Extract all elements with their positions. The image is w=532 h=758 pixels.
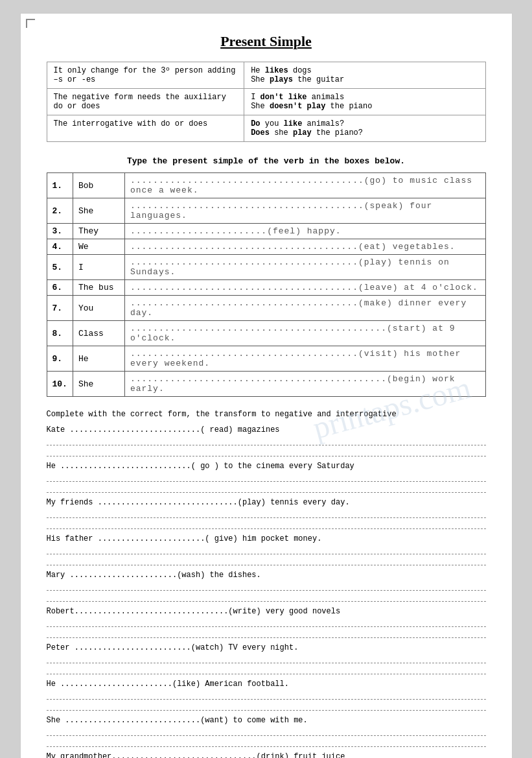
sentence-row: Mary .......................(wash) the d… (47, 571, 486, 602)
answer-line (47, 436, 486, 445)
answer-line (47, 556, 486, 565)
sentence-row: She .............................(want) … (47, 716, 486, 747)
row-subject: Class (73, 321, 124, 346)
answer-line (47, 545, 486, 554)
sentence-row: He ........................(like) Americ… (47, 680, 486, 711)
grammar-table: It only change for the 3º person adding … (47, 62, 486, 142)
answer-line (47, 727, 486, 736)
row-number: 2. (47, 198, 73, 224)
answer-line (47, 473, 486, 482)
sentence-text: She .............................(want) … (47, 716, 486, 725)
answer-line (47, 593, 486, 602)
row-subject: I (73, 255, 124, 280)
exercise2-container: Kate ............................( read)… (47, 425, 486, 758)
row-number: 8. (47, 321, 73, 346)
row-number: 10. (47, 372, 73, 397)
grammar-left: It only change for the 3º person adding … (47, 62, 244, 89)
answer-line (47, 702, 486, 711)
page-title: Present Simple (47, 33, 486, 50)
sentence-row: His father .......................( give… (47, 534, 486, 565)
grammar-right: I don't like animals She doesn't play th… (244, 89, 485, 115)
row-subject: They (73, 224, 124, 239)
row-clue: ........................................… (124, 239, 485, 255)
answer-line (47, 484, 486, 493)
sentence-text: My grandmother..........................… (47, 752, 486, 758)
row-subject: He (73, 346, 124, 372)
answer-line (47, 738, 486, 747)
table-row: 2. She .................................… (47, 198, 485, 224)
grammar-left: The negative form needs the auxiliary do… (47, 89, 244, 115)
row-clue: ........................................… (124, 255, 485, 280)
row-clue: ........................................… (124, 173, 485, 198)
answer-line (47, 691, 486, 700)
answer-line (47, 509, 486, 518)
exercise2-instruction: Complete with the correct form, the tran… (47, 410, 486, 419)
table-row: 9. He ..................................… (47, 346, 485, 372)
sentence-text: Robert.................................(… (47, 607, 486, 616)
row-number: 7. (47, 296, 73, 321)
grammar-right: He likes dogs She plays the guitar (244, 62, 485, 89)
row-subject: She (73, 198, 124, 224)
row-subject: We (73, 239, 124, 255)
answer-line (47, 665, 486, 674)
grammar-left: The interrogative with do or does (47, 115, 244, 142)
sentence-text: Mary .......................(wash) the d… (47, 571, 486, 580)
table-row: 8. Class ...............................… (47, 321, 485, 346)
grammar-row: The negative form needs the auxiliary do… (47, 89, 485, 115)
sentence-row: He ............................( go ) to… (47, 462, 486, 493)
row-number: 1. (47, 173, 73, 198)
sentence-row: Peter .........................(watch) T… (47, 643, 486, 674)
sentence-text: Kate ............................( read)… (47, 425, 486, 434)
table-row: 3. They ........................(feel) h… (47, 224, 485, 239)
worksheet-page: printaps.com Present Simple It only chan… (20, 13, 513, 758)
row-clue: ........................................… (124, 346, 485, 372)
row-subject: You (73, 296, 124, 321)
answer-line (47, 654, 486, 663)
sentence-text: His father .......................( give… (47, 534, 486, 543)
row-clue: ........................................… (124, 280, 485, 296)
row-subject: She (73, 372, 124, 397)
table-row: 10. She ................................… (47, 372, 485, 397)
sentence-text: My friends .............................… (47, 498, 486, 507)
row-clue: ........................................… (124, 198, 485, 224)
row-number: 4. (47, 239, 73, 255)
sentence-text: Peter .........................(watch) T… (47, 643, 486, 652)
row-number: 9. (47, 346, 73, 372)
answer-line (47, 582, 486, 591)
row-clue: ........................................… (124, 296, 485, 321)
row-number: 3. (47, 224, 73, 239)
answer-line (47, 629, 486, 638)
row-subject: Bob (73, 173, 124, 198)
answer-line (47, 618, 486, 627)
row-clue: ........................................… (124, 321, 485, 346)
row-number: 6. (47, 280, 73, 296)
row-clue: ........................................… (124, 372, 485, 397)
row-clue: ........................(feel) happy. (124, 224, 485, 239)
table-row: 5. I ...................................… (47, 255, 485, 280)
table-row: 4. We ..................................… (47, 239, 485, 255)
sentence-text: He ........................(like) Americ… (47, 680, 486, 689)
sentence-row: My grandmother..........................… (47, 752, 486, 758)
sentence-text: He ............................( go ) to… (47, 462, 486, 471)
answer-line (47, 520, 486, 529)
sentence-row: My friends .............................… (47, 498, 486, 529)
exercise1-table: 1. Bob .................................… (47, 172, 486, 397)
answer-line (47, 447, 486, 456)
table-row: 7. You .................................… (47, 296, 485, 321)
sentence-row: Kate ............................( read)… (47, 425, 486, 456)
sentence-row: Robert.................................(… (47, 607, 486, 638)
row-subject: The bus (73, 280, 124, 296)
exercise1-instruction: Type the present simple of the verb in t… (47, 156, 486, 166)
table-row: 6. The bus .............................… (47, 280, 485, 296)
grammar-row: It only change for the 3º person adding … (47, 62, 485, 89)
grammar-row: The interrogative with do or does Do you… (47, 115, 485, 142)
row-number: 5. (47, 255, 73, 280)
grammar-right: Do you like animals? Does she play the p… (244, 115, 485, 142)
table-row: 1. Bob .................................… (47, 173, 485, 198)
